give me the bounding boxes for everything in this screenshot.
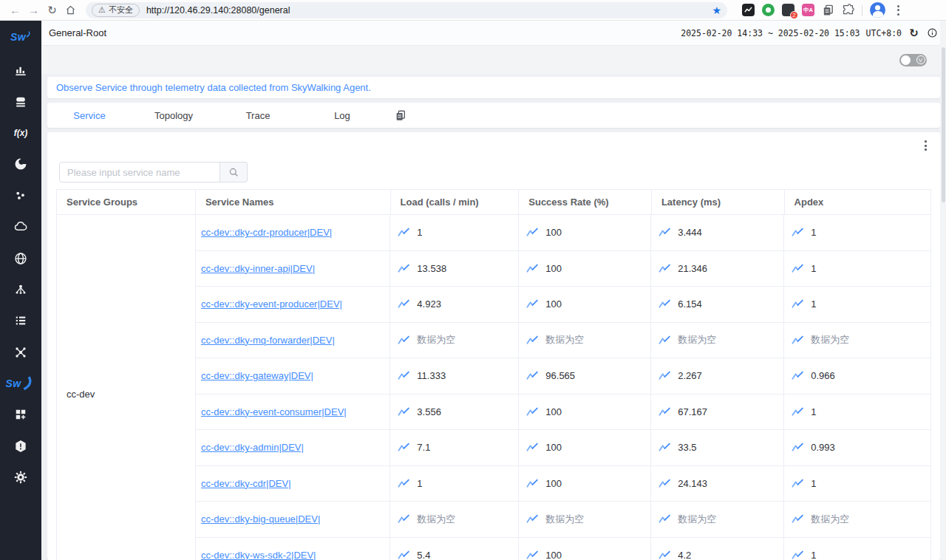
- search-button[interactable]: [220, 162, 248, 182]
- line-chart-icon[interactable]: [398, 298, 410, 310]
- sidebar-item-alerts[interactable]: [0, 431, 41, 462]
- app-logo[interactable]: Sw: [0, 25, 41, 55]
- sidebar-item-dashboard[interactable]: [0, 55, 41, 86]
- sidebar-item-skywalking[interactable]: Sw: [0, 368, 41, 399]
- line-chart-icon[interactable]: [526, 263, 539, 274]
- line-chart-icon[interactable]: [792, 513, 804, 525]
- service-link[interactable]: cc-dev::dky-ws-sdk-2|DEV|: [201, 550, 316, 560]
- line-chart-icon[interactable]: [792, 298, 804, 310]
- line-chart-icon[interactable]: [398, 263, 410, 274]
- sidebar-item-settings[interactable]: [0, 462, 41, 493]
- info-icon[interactable]: [926, 27, 939, 39]
- line-chart-icon[interactable]: [659, 406, 671, 417]
- line-chart-icon[interactable]: [659, 263, 671, 274]
- metric-value: 数据为空: [545, 513, 584, 526]
- extension-green-icon[interactable]: [762, 4, 775, 16]
- service-link[interactable]: cc-dev::dky-event-producer|DEV|: [201, 298, 342, 310]
- sidebar-item-database[interactable]: [0, 86, 41, 117]
- line-chart-icon[interactable]: [398, 478, 410, 489]
- line-chart-icon[interactable]: [659, 370, 671, 381]
- timezone[interactable]: UTC+8:0: [866, 28, 902, 38]
- line-chart-icon[interactable]: [398, 550, 410, 560]
- line-chart-icon[interactable]: [659, 298, 671, 310]
- line-chart-icon[interactable]: [792, 335, 804, 346]
- service-link[interactable]: cc-dev::dky-admin|DEV|: [201, 442, 304, 453]
- version-toggle[interactable]: V: [899, 54, 927, 66]
- sidebar-item-browser[interactable]: [0, 242, 41, 273]
- line-chart-icon[interactable]: [659, 513, 671, 525]
- line-chart-icon[interactable]: [526, 478, 539, 489]
- line-chart-icon[interactable]: [398, 227, 410, 238]
- line-chart-icon[interactable]: [526, 406, 539, 417]
- sidebar-item-new-dashboard[interactable]: [0, 399, 41, 430]
- sidebar-item-profile[interactable]: [0, 148, 41, 180]
- browser-menu-icon[interactable]: [893, 2, 904, 18]
- tab-trace[interactable]: Trace: [216, 110, 300, 121]
- line-chart-icon[interactable]: [792, 263, 804, 274]
- extension-tabs-icon[interactable]: 2: [782, 4, 794, 16]
- scrollbar-thumb[interactable]: [942, 47, 945, 202]
- extension-chart-icon[interactable]: [742, 4, 755, 16]
- line-chart-icon[interactable]: [792, 406, 804, 417]
- service-link[interactable]: cc-dev::dky-inner-api|DEV|: [201, 263, 315, 274]
- line-chart-icon[interactable]: [398, 406, 410, 417]
- line-chart-icon[interactable]: [792, 478, 804, 489]
- line-chart-icon[interactable]: [792, 370, 804, 381]
- line-chart-icon[interactable]: [398, 335, 410, 346]
- profile-avatar[interactable]: [870, 2, 885, 18]
- line-chart-icon[interactable]: [526, 550, 539, 560]
- puzzle-extensions-icon[interactable]: [842, 4, 854, 16]
- line-chart-icon[interactable]: [659, 335, 671, 346]
- copy-pages-icon[interactable]: [822, 4, 834, 16]
- line-chart-icon[interactable]: [398, 442, 410, 453]
- scatter-dots-icon: [13, 188, 28, 203]
- service-link[interactable]: cc-dev::dky-big-queue|DEV|: [201, 513, 320, 525]
- line-chart-icon[interactable]: [659, 227, 671, 238]
- security-chip[interactable]: ⚠ 不安全: [92, 4, 140, 17]
- service-link[interactable]: cc-dev::dky-mq-forwarder|DEV|: [201, 335, 335, 346]
- line-chart-icon[interactable]: [398, 370, 410, 381]
- address-bar[interactable]: ⚠ 不安全 http://120.46.29.140:28080/general…: [86, 2, 727, 18]
- sidebar-item-functions[interactable]: f(x): [0, 117, 41, 148]
- line-chart-icon[interactable]: [526, 335, 539, 346]
- line-chart-icon[interactable]: [659, 442, 671, 453]
- time-range[interactable]: 2025-02-20 14:33 ~ 2025-02-20 15:03: [681, 28, 860, 38]
- line-chart-icon[interactable]: [526, 227, 539, 238]
- line-chart-icon[interactable]: [526, 370, 539, 381]
- home-icon[interactable]: [61, 1, 80, 19]
- translate-extension-icon[interactable]: 中A: [802, 4, 814, 16]
- line-chart-icon[interactable]: [526, 442, 539, 453]
- tab-topology[interactable]: Topology: [132, 110, 216, 121]
- sidebar-item-scatter[interactable]: [0, 180, 41, 211]
- service-link[interactable]: cc-dev::dky-gateway|DEV|: [201, 370, 313, 381]
- metric-value: 1: [811, 263, 816, 274]
- sidebar-item-cloud[interactable]: [0, 211, 41, 242]
- sidebar-item-topology[interactable]: [0, 337, 41, 368]
- bookmark-star-icon[interactable]: ★: [712, 5, 721, 16]
- refresh-icon[interactable]: ↻: [908, 27, 920, 39]
- line-chart-icon[interactable]: [526, 513, 539, 525]
- search-input[interactable]: [59, 162, 220, 182]
- service-link[interactable]: cc-dev::dky-cdr|DEV|: [201, 478, 291, 489]
- reload-icon[interactable]: ↻: [43, 1, 61, 19]
- sidebar-item-catalog[interactable]: [0, 305, 41, 336]
- forward-icon[interactable]: →: [24, 1, 43, 19]
- service-link[interactable]: cc-dev::dky-event-consumer|DEV|: [201, 406, 347, 417]
- tab-log[interactable]: Log: [300, 110, 384, 121]
- line-chart-icon[interactable]: [792, 227, 804, 238]
- line-chart-icon[interactable]: [792, 550, 804, 560]
- sidebar-item-mesh[interactable]: [0, 274, 41, 305]
- scrollbar-track[interactable]: [940, 21, 946, 560]
- tab-service[interactable]: Service: [47, 110, 132, 121]
- line-chart-icon[interactable]: [526, 298, 539, 310]
- globe-icon: [13, 251, 28, 266]
- line-chart-icon[interactable]: [659, 478, 671, 489]
- service-link[interactable]: cc-dev::dky-cdr-producer|DEV|: [201, 227, 332, 238]
- line-chart-icon[interactable]: [792, 442, 804, 453]
- back-icon[interactable]: ←: [6, 1, 24, 19]
- copy-tabs-icon[interactable]: [395, 109, 406, 121]
- line-chart-icon[interactable]: [398, 513, 410, 525]
- widget-menu-icon[interactable]: [923, 139, 928, 152]
- metric-value: 1: [811, 478, 816, 489]
- line-chart-icon[interactable]: [659, 550, 671, 560]
